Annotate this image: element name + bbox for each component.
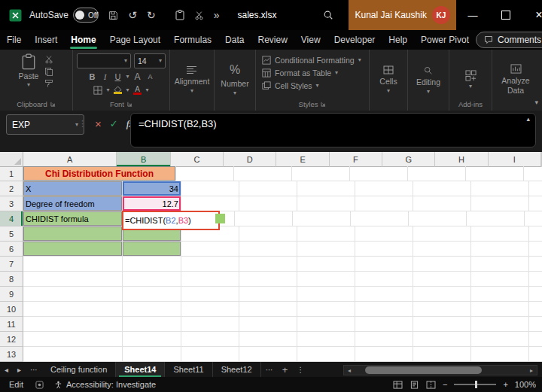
cell-A2[interactable]: X bbox=[23, 181, 123, 196]
font-dialog-launcher-icon[interactable] bbox=[127, 102, 132, 107]
add-sheet-button[interactable]: + bbox=[278, 364, 293, 375]
sheet-options-icon[interactable]: ⋮ bbox=[292, 366, 309, 374]
close-button[interactable]: × bbox=[522, 0, 542, 30]
alignment-button[interactable]: Alignment ▾ bbox=[175, 53, 210, 111]
grid-cell[interactable] bbox=[181, 272, 239, 287]
grid-cell[interactable] bbox=[529, 257, 542, 272]
grid-cell[interactable] bbox=[239, 347, 297, 362]
grid-cell[interactable] bbox=[123, 317, 181, 332]
row-header-6[interactable]: 6 bbox=[0, 242, 23, 257]
tab-developer[interactable]: Developer bbox=[327, 30, 382, 50]
sheet-tab-ceiling-function[interactable]: Ceiling function bbox=[42, 362, 116, 377]
cells-button[interactable]: Cells ▾ bbox=[379, 53, 397, 111]
grid-cell[interactable] bbox=[239, 242, 297, 257]
grid-cell[interactable] bbox=[297, 257, 355, 272]
grid-cell[interactable] bbox=[355, 181, 413, 196]
grid-cell[interactable] bbox=[239, 181, 297, 196]
grid-cell[interactable] bbox=[355, 287, 413, 302]
zoom-slider-thumb[interactable] bbox=[475, 381, 477, 388]
conditional-formatting-button[interactable]: Conditional Formatting ▾ bbox=[256, 53, 375, 66]
grid-cell[interactable] bbox=[413, 287, 471, 302]
scroll-right-icon[interactable]: ▸ bbox=[526, 367, 537, 374]
horizontal-scrollbar[interactable]: ◂ ▸ bbox=[343, 365, 537, 375]
cell-B4[interactable]: =CHIDIST(B2,B3) bbox=[123, 211, 177, 226]
grid-cell[interactable] bbox=[355, 242, 413, 257]
grid-cell[interactable] bbox=[239, 196, 297, 211]
tab-data[interactable]: Data bbox=[218, 30, 251, 50]
editing-button[interactable]: Editing ▾ bbox=[416, 53, 440, 111]
copy-button[interactable] bbox=[44, 67, 53, 76]
grid-cell[interactable] bbox=[239, 317, 297, 332]
formula-bar-collapse-icon[interactable]: ▴ bbox=[526, 115, 530, 123]
grid-cell[interactable] bbox=[23, 347, 123, 362]
column-header-I[interactable]: I bbox=[489, 152, 541, 167]
grid-cell[interactable] bbox=[181, 181, 239, 196]
cell-A6[interactable] bbox=[23, 242, 123, 257]
grid-cell[interactable] bbox=[123, 257, 181, 272]
cut-button[interactable] bbox=[44, 55, 53, 64]
confirm-entry-button[interactable]: ✓ bbox=[110, 118, 118, 129]
scroll-left-icon[interactable]: ◂ bbox=[344, 367, 355, 374]
formula-bar-handle-icon[interactable]: ⋮ bbox=[78, 119, 87, 129]
grid-cell[interactable] bbox=[297, 302, 355, 317]
cell-styles-button[interactable]: Cell Styles ▾ bbox=[256, 79, 375, 92]
quick-access-overflow-icon[interactable]: » bbox=[214, 10, 220, 20]
grid-cell[interactable] bbox=[413, 272, 471, 287]
grid-cell[interactable] bbox=[471, 317, 529, 332]
grid-cell[interactable] bbox=[529, 287, 542, 302]
grid-cell[interactable] bbox=[355, 317, 413, 332]
row-header-3[interactable]: 3 bbox=[0, 196, 23, 211]
cell-A3[interactable]: Degree of freedom bbox=[23, 196, 123, 211]
grid-cell[interactable] bbox=[529, 317, 542, 332]
sheet-nav-right-icon[interactable]: ▸ bbox=[13, 366, 26, 374]
styles-dialog-launcher-icon[interactable] bbox=[321, 102, 326, 107]
grow-font-button[interactable]: A bbox=[133, 71, 142, 82]
select-all-corner[interactable] bbox=[0, 152, 23, 167]
grid-cell[interactable] bbox=[239, 257, 297, 272]
grid-cell[interactable] bbox=[471, 257, 529, 272]
tab-formulas[interactable]: Formulas bbox=[167, 30, 218, 50]
tab-insert[interactable]: Insert bbox=[28, 30, 64, 50]
number-button[interactable]: % Number ▾ bbox=[221, 53, 248, 111]
column-header-G[interactable]: G bbox=[382, 152, 435, 167]
font-name-combo[interactable]: ▾ bbox=[77, 53, 131, 68]
comments-button[interactable]: Comments bbox=[476, 32, 542, 48]
redo-icon[interactable]: ↻ bbox=[147, 10, 156, 20]
grid-cell[interactable] bbox=[524, 166, 542, 181]
italic-button[interactable]: I bbox=[100, 72, 109, 81]
grid-cell[interactable] bbox=[413, 302, 471, 317]
zoom-in-button[interactable]: + bbox=[503, 380, 507, 389]
sheet-tab-sheet12[interactable]: Sheet12 bbox=[213, 362, 261, 377]
grid-cell[interactable] bbox=[355, 257, 413, 272]
grid-cell[interactable] bbox=[239, 272, 297, 287]
grid-cell[interactable] bbox=[351, 211, 409, 226]
format-painter-button[interactable] bbox=[44, 79, 53, 88]
grid-cell[interactable] bbox=[525, 211, 542, 226]
sheet-list-icon[interactable]: ⋯ bbox=[26, 366, 42, 374]
grid-cell[interactable] bbox=[23, 317, 123, 332]
grid-cell[interactable] bbox=[529, 181, 542, 196]
grid-cell[interactable] bbox=[471, 226, 529, 242]
grid-cell[interactable] bbox=[529, 272, 542, 287]
grid-cell[interactable] bbox=[297, 317, 355, 332]
grid-cell[interactable] bbox=[123, 272, 181, 287]
maximize-button[interactable] bbox=[489, 0, 522, 30]
undo-icon[interactable]: ↺ bbox=[128, 10, 137, 20]
column-header-D[interactable]: D bbox=[224, 152, 276, 167]
clipboard-icon[interactable] bbox=[175, 10, 184, 20]
column-header-A[interactable]: A bbox=[23, 152, 117, 167]
column-header-F[interactable]: F bbox=[330, 152, 382, 167]
grid-cell[interactable] bbox=[293, 211, 351, 226]
row-header-7[interactable]: 7 bbox=[0, 257, 23, 272]
borders-button[interactable] bbox=[93, 86, 102, 95]
row-header-13[interactable]: 13 bbox=[0, 347, 23, 362]
row-header-1[interactable]: 1 bbox=[0, 166, 23, 181]
macro-record-icon[interactable] bbox=[35, 381, 44, 389]
cancel-entry-button[interactable]: × bbox=[95, 117, 102, 130]
cut-icon[interactable] bbox=[194, 11, 204, 20]
grid-cell[interactable] bbox=[181, 302, 239, 317]
paste-button[interactable]: Paste ▾ bbox=[19, 53, 39, 88]
row-header-10[interactable]: 10 bbox=[0, 302, 23, 317]
column-header-H[interactable]: H bbox=[435, 152, 488, 167]
grid-cell[interactable] bbox=[23, 302, 123, 317]
